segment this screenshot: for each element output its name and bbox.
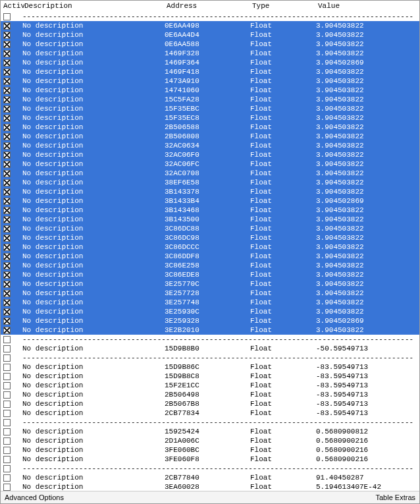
row-checkbox[interactable] [3,318,11,325]
row-checkbox[interactable] [3,59,11,67]
table-row[interactable]: No description15F2E1CCFloat-83.59549713 [1,381,419,390]
table-row[interactable]: No description0E6AA588Float3.904503822 [1,40,419,49]
table-row[interactable]: No description2CB77840Float91.40450287 [1,473,419,482]
table-row[interactable]: No description2D1A006CFloat0.5680900216 [1,436,419,445]
table-row[interactable]: No description3E257748Float3.904503822 [1,298,419,307]
table-row[interactable]: No description3B143378Float3.904503822 [1,187,419,196]
table-row[interactable]: No description1473A910Float3.904503822 [1,76,419,86]
row-checkbox[interactable] [3,32,11,39]
row-checkbox[interactable] [3,115,11,122]
table-row[interactable]: No description3C86EDE8Float3.904503822 [1,270,419,279]
row-checkbox[interactable] [3,447,11,454]
row-checkbox[interactable] [3,345,11,352]
row-checkbox[interactable] [3,179,11,186]
table-row[interactable]: No description32AC0634Float3.904503822 [1,141,419,150]
row-checkbox[interactable] [3,244,11,251]
table-row[interactable]: No description3C86DC98Float3.904503822 [1,233,419,242]
table-row[interactable]: No description3C86DCCCFloat3.904503822 [1,242,419,252]
table-row[interactable]: No description0E6AA498Float3.904503822 [1,21,419,30]
row-checkbox[interactable] [3,428,11,435]
row-checkbox[interactable] [3,391,11,399]
row-checkbox[interactable] [3,216,11,223]
row-checkbox[interactable] [3,336,11,343]
row-checkbox[interactable] [3,170,11,177]
header-description[interactable]: Description [24,2,167,10]
table-row[interactable]: No description0E6AA4D4Float3.904503822 [1,30,419,40]
table-row[interactable]: No description15D9B8C8Float-83.59549713 [1,372,419,381]
table-row[interactable]: No description3B143500Float3.904503822 [1,215,419,224]
header-value[interactable]: Value [318,2,417,10]
table-row[interactable]: No description32AC0708Float3.904503822 [1,169,419,178]
row-checkbox[interactable] [3,124,11,131]
table-row[interactable]: No description15C5FA28Float3.904503822 [1,95,419,104]
row-checkbox[interactable] [3,142,11,150]
table-row[interactable]: No description2B506808Float3.904503822 [1,132,419,141]
table-row[interactable]: No description2B506498Float-83.59549713 [1,390,419,399]
table-row[interactable]: No description3E2B2010Float3.904503822 [1,325,419,335]
table-row[interactable]: No description2CB77834Float-83.59549713 [1,408,419,418]
row-checkbox[interactable] [3,437,11,445]
table-row[interactable]: No description15F35EBCFloat3.904503822 [1,104,419,113]
row-checkbox[interactable] [3,364,11,371]
row-checkbox[interactable] [3,152,11,159]
row-checkbox[interactable] [3,78,11,85]
row-checkbox[interactable] [3,484,11,491]
table-row[interactable]: No description3FE060BCFloat0.5680900216 [1,445,419,455]
table-row[interactable]: No description15D9B8B0Float-50.59549713 [1,344,419,353]
table-row[interactable]: No description14741060Float3.904503822 [1,86,419,95]
table-row[interactable]: No description3E257728Float3.904503822 [1,289,419,298]
table-row[interactable]: No description38EF6E58Float3.904503822 [1,178,419,187]
table-row[interactable]: No description2B5067B8Float-83.59549713 [1,399,419,408]
table-row[interactable]: No description3B1433B4Float3.904502869 [1,196,419,206]
row-checkbox[interactable] [3,198,11,205]
row-checkbox[interactable] [3,69,11,76]
table-row[interactable]: No description1469F328Float3.904503822 [1,49,419,58]
row-checkbox[interactable] [3,87,11,94]
table-row[interactable]: No description3FE060F8Float0.5680900216 [1,455,419,464]
row-checkbox[interactable] [3,271,11,279]
row-checkbox[interactable] [3,96,11,103]
advanced-options-button[interactable]: Advanced Options [5,493,64,501]
table-row[interactable]: No description1469F418Float3.904503822 [1,67,419,76]
row-checkbox[interactable] [3,188,11,196]
table-body[interactable]: ----------------------------------------… [1,12,419,491]
row-checkbox[interactable] [3,133,11,140]
row-checkbox[interactable] [3,161,11,168]
row-checkbox[interactable] [3,308,11,316]
header-active[interactable]: Active [3,2,24,10]
row-checkbox[interactable] [3,105,11,113]
row-checkbox[interactable] [3,456,11,463]
table-row[interactable]: No description3C86DC88Float3.904503822 [1,224,419,233]
table-row[interactable]: No description3C86E258Float3.904503822 [1,261,419,270]
row-checkbox[interactable] [3,235,11,242]
table-row[interactable]: No description3E259328Float3.904502869 [1,316,419,325]
table-row[interactable]: No description3E25930CFloat3.904503822 [1,307,419,316]
row-checkbox[interactable] [3,13,11,20]
table-row[interactable]: No description2B506588Float3.904503822 [1,123,419,132]
row-checkbox[interactable] [3,207,11,214]
row-checkbox[interactable] [3,225,11,233]
table-row[interactable]: No description3B143468Float3.904503822 [1,206,419,215]
row-checkbox[interactable] [3,354,11,362]
row-checkbox[interactable] [3,382,11,389]
table-row[interactable]: No description3C86DDF8Float3.904503822 [1,252,419,261]
row-checkbox[interactable] [3,401,11,408]
row-checkbox[interactable] [3,50,11,57]
table-row[interactable]: No description3EA60028Float5.194613407E-… [1,482,419,491]
row-checkbox[interactable] [3,410,11,417]
row-checkbox[interactable] [3,465,11,472]
row-checkbox[interactable] [3,373,11,380]
row-checkbox[interactable] [3,253,11,260]
table-row[interactable]: No description32AC06FCFloat3.904503822 [1,159,419,169]
row-checkbox[interactable] [3,41,11,48]
header-type[interactable]: Type [252,2,318,10]
row-checkbox[interactable] [3,474,11,482]
row-checkbox[interactable] [3,281,11,288]
table-row[interactable]: No description15D9B86CFloat-83.59549713 [1,362,419,372]
table-row[interactable]: No description32AC06F0Float3.904503822 [1,150,419,159]
row-checkbox[interactable] [3,299,11,306]
row-checkbox[interactable] [3,290,11,297]
table-row[interactable]: No description1469F364Float3.904502869 [1,58,419,67]
table-row[interactable]: No description15925424Float0.5680900812 [1,427,419,436]
row-checkbox[interactable] [3,419,11,426]
